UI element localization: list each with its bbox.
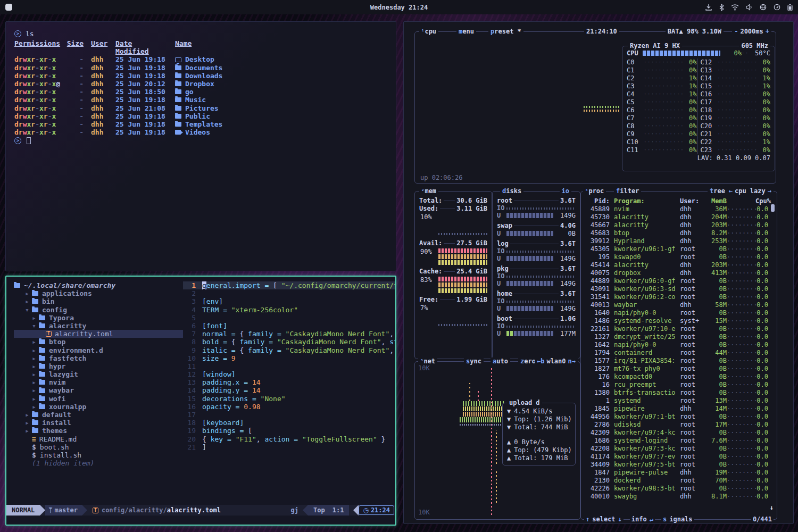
process-row[interactable]: 44956kworker/u97:1-btroot0B·········0.0	[584, 413, 775, 421]
code-line[interactable]: 17	[183, 411, 395, 419]
process-row[interactable]: 1486systemd-resolvesyst+15M·········0.0	[584, 317, 775, 325]
command-line[interactable]	[6, 516, 395, 525]
tree-item-waybar[interactable]: ▸waybar	[14, 386, 183, 394]
process-row[interactable]: 1577irq/81-PIXA3854:root0B·········0.0	[584, 357, 775, 365]
code-line[interactable]: 15decorations = "None"	[183, 395, 395, 403]
process-row[interactable]: 1640napi/phy0-0root0B·········0.0	[584, 309, 775, 317]
process-row[interactable]: 16rcu_preemptroot0B·········0.0	[584, 381, 775, 389]
tree-toggle[interactable]: tree	[708, 187, 727, 195]
tree-item-themes[interactable]: ▸themes	[14, 427, 183, 435]
process-row[interactable]: 31541kworker/u96:2-coroot0B·········0.0	[584, 293, 775, 301]
tree-item-install.sh[interactable]: $install.sh	[14, 451, 183, 459]
code-line[interactable]: 10size = 9	[183, 354, 395, 362]
tree-item-alacritty[interactable]: ▾alacritty	[14, 322, 183, 330]
tree-item-xournalpp[interactable]: ▸xournalpp	[14, 403, 183, 411]
file-name[interactable]: Downloads	[167, 72, 222, 80]
file-name[interactable]: Dropbox	[167, 80, 214, 88]
code-line[interactable]: 14padding.y = 14	[183, 386, 395, 394]
process-row[interactable]: 1642napi/phy0-0root0B·········0.0	[584, 341, 775, 349]
git-branch[interactable]: ᛘ master	[45, 505, 82, 516]
code-line[interactable]: 7normal = { family = "CaskaydiaMono Nerd…	[183, 330, 395, 338]
file-name[interactable]: Videos	[167, 128, 210, 136]
process-row[interactable]: 45305kworker/u96:1-gfroot0B·········0.0	[584, 245, 775, 253]
process-row[interactable]: 1380btrfs-transactioroot0B·········0.0	[584, 389, 775, 397]
code-line[interactable]: 9italic = { family = "CaskaydiaMono Nerd…	[183, 346, 395, 354]
preset-button[interactable]: preset *	[488, 28, 523, 36]
code-line[interactable]: 18[keyboard]	[183, 419, 395, 427]
code-line[interactable]: 1general.import = [ "~/.config/omarchy/c…	[183, 281, 395, 289]
code-line[interactable]: 16opacity = 0.98	[183, 403, 395, 411]
process-row[interactable]: 40013waybardhh58M·········0.0	[584, 301, 775, 309]
process-row[interactable]: 1686systemd-logindroot7.6M·········0.0	[584, 437, 775, 445]
process-row[interactable]: 1847pipewire-pulsedhh19M·········0.0	[584, 469, 775, 477]
file-name[interactable]: Documents	[167, 64, 222, 72]
disks-box-title[interactable]: disks	[500, 187, 523, 195]
tree-item-bin[interactable]: ▸bin	[14, 297, 183, 305]
signals-button[interactable]: signals	[661, 516, 694, 523]
process-row[interactable]: 176kcompactd0root0B·········0.0	[584, 373, 775, 381]
process-row[interactable]: 1845pipewiredhh14M·········0.0	[584, 405, 775, 413]
battery-icon[interactable]	[787, 4, 793, 11]
gauge-icon[interactable]	[774, 4, 780, 11]
process-row[interactable]: 45414alacrittydhh203M·········0.0	[584, 261, 775, 269]
process-row[interactable]: 22161kworker/u97:10-eroot0B·········0.0	[584, 325, 775, 333]
tree-item-default[interactable]: ▸default	[14, 411, 183, 419]
io-toggle[interactable]: io	[560, 187, 571, 195]
sort-column-nav[interactable]: ←cpu lazy→	[727, 187, 774, 195]
process-scrollbar[interactable]	[771, 204, 775, 212]
process-row[interactable]: 1327dmcrypt_write/25root0B·········0.0	[584, 333, 775, 341]
process-row[interactable]: 1827mt76-tx phy0root0B·········0.0	[584, 365, 775, 373]
menu-button[interactable]: menu	[456, 28, 476, 36]
tree-item-wofi[interactable]: ▸wofi	[14, 395, 183, 403]
file-name[interactable]: Music	[167, 96, 206, 104]
file-name[interactable]: Pictures	[167, 104, 219, 112]
tree-item-boot.sh[interactable]: $boot.sh	[14, 443, 183, 451]
volume-icon[interactable]	[746, 4, 753, 11]
process-row[interactable]: 45667alacrittydhh203M·········0.0	[584, 221, 775, 229]
poll-interval[interactable]: -2000ms+	[732, 28, 771, 36]
code-line[interactable]: 19bindings = [	[183, 427, 395, 435]
tree-item-lazygit[interactable]: ▸lazygit	[14, 370, 183, 378]
code-line[interactable]: 20{ key = "F11", action = "ToggleFullscr…	[183, 435, 395, 443]
tree-item-alacritty.toml[interactable]: Talacritty.toml	[14, 330, 183, 338]
code-line[interactable]: 11	[183, 362, 395, 370]
process-row[interactable]: 40010swaybgdhh8.1M·········0.0	[584, 493, 775, 501]
nvim-window[interactable]: ~/.local/share/omarchy ▸applications▸bin…	[5, 276, 396, 526]
sync-toggle[interactable]: sync	[464, 358, 484, 365]
auto-toggle[interactable]: auto	[491, 358, 510, 365]
tree-item-btop[interactable]: ▸btop	[14, 338, 183, 346]
filter-button[interactable]: filter	[614, 187, 641, 195]
process-row[interactable]: 1systemdroot13M·········0.0	[584, 397, 775, 405]
omarchy-logo-icon[interactable]	[5, 4, 12, 11]
code-line[interactable]: 13padding.x = 14	[183, 378, 395, 386]
scroll-down-indicator[interactable]: ↓	[770, 504, 774, 512]
code-line[interactable]: 6[font]	[183, 322, 395, 330]
cpu-box-title[interactable]: ¹cpu	[419, 28, 438, 36]
file-name[interactable]: Public	[167, 112, 210, 120]
tree-item-hypr[interactable]: ▸hypr	[14, 362, 183, 370]
tree-item-typora[interactable]: ▸Typora	[14, 314, 183, 322]
code-line[interactable]: 8bold = { family = "CaskaydiaMono Nerd F…	[183, 338, 395, 346]
code-line[interactable]: 5	[183, 314, 395, 322]
shell-prompt-empty[interactable]: >	[14, 136, 387, 145]
tree-item-fastfetch[interactable]: ▸fastfetch	[14, 354, 183, 362]
file-name[interactable]: Templates	[167, 120, 222, 128]
code-line[interactable]: 4TERM = "xterm-256color"	[183, 306, 395, 314]
tree-item-applications[interactable]: ▸applications	[14, 289, 183, 297]
update-icon[interactable]	[705, 4, 712, 11]
tree-item-config[interactable]: ▾config	[14, 306, 183, 314]
process-row[interactable]: 45683btopdhh8.2M·········0.0	[584, 229, 775, 237]
wifi-icon[interactable]	[731, 4, 739, 11]
process-row[interactable]: 45730alacrittydhh204M·········0.0	[584, 213, 775, 221]
select-buttons[interactable]: ↑select↓	[584, 516, 624, 523]
process-row[interactable]: 1794containerdroot44M·········0.0	[584, 349, 775, 357]
process-row[interactable]: 39912Hyprlanddhh253M·········0.0	[584, 237, 775, 245]
code-line[interactable]: 21]	[183, 443, 395, 451]
process-row[interactable]: 42309kworker/u97:4-kcroot0B·········0.0	[584, 429, 775, 437]
process-column-headers[interactable]: Pid: Program: User: MemB Cpu%	[584, 197, 775, 205]
code-editor[interactable]: 1general.import = [ "~/.config/omarchy/c…	[183, 281, 395, 505]
globe-icon[interactable]	[760, 4, 767, 11]
process-row[interactable]: 45889nvimdhh36M·········0.0	[584, 205, 775, 213]
proc-box-title[interactable]: ⁴proc	[583, 187, 606, 195]
process-row[interactable]: 2130dockerdroot70M·········0.0	[584, 477, 775, 485]
